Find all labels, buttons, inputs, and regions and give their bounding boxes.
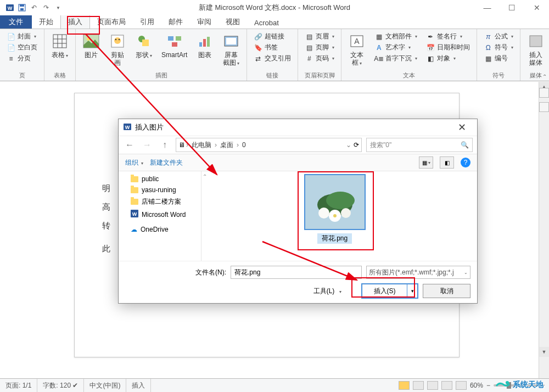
breadcrumb-dropdown-icon[interactable]: ⌄	[346, 141, 351, 149]
search-input[interactable]: 搜索"0" 🔍	[366, 138, 473, 152]
scroll-down-icon[interactable]: ▼	[539, 347, 549, 357]
svg-rect-19	[176, 36, 181, 41]
ribbon-tabs: 文件 开始 插入 页面布局 引用 邮件 审阅 视图 Acrobat	[0, 15, 549, 29]
status-words[interactable]: 字数: 120 ✔	[37, 379, 84, 392]
status-zoom[interactable]: 60%	[470, 382, 483, 389]
maximize-button[interactable]: ☐	[500, 0, 524, 15]
new-folder-button[interactable]: 新建文件夹	[150, 158, 183, 167]
equation-button[interactable]: π公式▾	[483, 31, 514, 42]
view-outline-icon[interactable]	[441, 381, 452, 390]
refresh-icon[interactable]: ⟳	[354, 141, 359, 149]
wordart-button[interactable]: A艺术字▾	[373, 42, 418, 53]
dialog-sidebar: public yasu-runing 店铺二楼方案 WMicrosoft Wor…	[119, 171, 201, 261]
nav-forward-button[interactable]: →	[141, 138, 154, 152]
zoom-out-button[interactable]: −	[486, 382, 490, 389]
symbol-button[interactable]: Ω符号▾	[483, 42, 514, 53]
breadcrumb[interactable]: 🖥 › 此电脑 › 桌面 › 0 ⌄⟳	[176, 138, 362, 152]
tab-insert[interactable]: 插入	[60, 15, 90, 29]
svg-point-41	[506, 381, 509, 384]
sidebar-item-public[interactable]: public	[119, 173, 201, 184]
table-button[interactable]: 表格▾	[48, 30, 72, 61]
close-button[interactable]: ✕	[524, 0, 549, 15]
clipart-button[interactable]: 剪贴画	[105, 30, 130, 69]
undo-icon[interactable]: ↶	[29, 2, 40, 13]
footer-button[interactable]: ▤页脚▾	[304, 42, 335, 53]
insert-picture-dialog: W 插入图片 ✕ ← → ↑ 🖥 › 此电脑 › 桌面 › 0 ⌄⟳ 搜索"0"…	[118, 119, 478, 304]
view-fullscreen-icon[interactable]	[413, 381, 424, 390]
filename-input[interactable]	[231, 266, 362, 279]
help-icon[interactable]: ?	[461, 158, 470, 167]
status-language[interactable]: 中文(中国)	[84, 379, 126, 392]
tab-view[interactable]: 视图	[219, 15, 247, 29]
file-item-lotus[interactable]: 荷花.png	[300, 174, 369, 244]
number-button[interactable]: ▦编号	[483, 53, 514, 64]
save-icon[interactable]	[16, 2, 27, 13]
vertical-scrollbar[interactable]: ▲ ▼	[539, 82, 549, 379]
status-mode[interactable]: 插入	[126, 379, 151, 392]
preview-pane-button[interactable]: ◧	[440, 156, 454, 169]
media-button[interactable]: 插入媒体	[524, 30, 548, 69]
doc-text-4: 此	[102, 239, 110, 258]
insert-dropdown-icon[interactable]: ▾	[407, 284, 417, 298]
svg-point-34	[326, 192, 355, 209]
tab-references[interactable]: 引用	[133, 15, 161, 29]
file-list-area[interactable]: ⌃ 荷花.png	[201, 171, 477, 261]
smartart-button[interactable]: SmartArt	[158, 30, 191, 61]
chart-button[interactable]: 图表	[193, 30, 217, 61]
word-app-icon: W	[4, 2, 15, 13]
quickparts-button[interactable]: ▦文档部件▾	[373, 31, 418, 42]
scroll-up-indicator: ⌃	[203, 173, 207, 180]
page-break-button[interactable]: ≡分页	[5, 53, 38, 64]
side-tool-1[interactable]	[539, 88, 549, 98]
tab-mailings[interactable]: 邮件	[161, 15, 190, 29]
qat-dropdown-icon[interactable]: ▼	[53, 2, 64, 13]
view-web-icon[interactable]	[427, 381, 438, 390]
sidebar-item-word[interactable]: WMicrosoft Word	[119, 208, 201, 221]
pagenum-button[interactable]: #页码▾	[304, 53, 335, 64]
nav-up-button[interactable]: ↑	[158, 138, 171, 152]
cover-page-button[interactable]: 📄封面▾	[5, 31, 38, 42]
organize-button[interactable]: 组织 ▾	[125, 158, 143, 167]
folder-icon	[131, 187, 138, 193]
view-options-button[interactable]: ▦ ▾	[419, 156, 433, 169]
filetype-select[interactable]: 所有图片(*.emf;*.wmf;*.jpg;*.j⌄	[366, 266, 470, 279]
header-button[interactable]: ▤页眉▾	[304, 31, 335, 42]
tools-dropdown[interactable]: 工具(L) ▾	[313, 287, 341, 296]
blank-page-button[interactable]: 📄空白页	[5, 42, 38, 53]
sidebar-item-onedrive[interactable]: ☁OneDrive	[119, 224, 201, 235]
signature-button[interactable]: ✒签名行▾	[425, 31, 471, 42]
tab-pagelayout[interactable]: 页面布局	[90, 15, 133, 29]
svg-rect-17	[142, 40, 149, 46]
sidebar-item-yasu[interactable]: yasu-runing	[119, 184, 201, 195]
nav-back-button[interactable]: ←	[123, 138, 136, 152]
view-draft-icon[interactable]	[456, 381, 467, 390]
textbox-button[interactable]: A文本框▾	[345, 30, 369, 69]
picture-button[interactable]: 图片	[79, 30, 103, 61]
datetime-button[interactable]: 📅日期和时间	[425, 42, 471, 53]
status-page[interactable]: 页面: 1/1	[0, 379, 37, 392]
view-print-layout-icon[interactable]	[399, 381, 410, 390]
window-title: 新建 Microsoft Word 文档.docx - Microsoft Wo…	[199, 3, 350, 13]
object-button[interactable]: ◧对象▾	[425, 53, 471, 64]
crossref-button[interactable]: ⇄交叉引用	[253, 53, 292, 64]
ribbon-collapse-icon[interactable]: ⌃	[542, 74, 547, 80]
redo-icon[interactable]: ↷	[41, 2, 52, 13]
bookmark-button[interactable]: 🔖书签	[253, 42, 292, 53]
svg-point-37	[341, 208, 351, 218]
tab-file[interactable]: 文件	[0, 15, 32, 29]
cancel-button[interactable]: 取消	[423, 284, 470, 298]
dialog-close-button[interactable]: ✕	[451, 119, 473, 136]
shapes-button[interactable]: 形状▾	[132, 30, 156, 61]
insert-button[interactable]: 插入(S) ▾	[361, 283, 418, 299]
tab-acrobat[interactable]: Acrobat	[247, 17, 286, 29]
screenshot-button[interactable]: 屏幕截图▾	[219, 30, 243, 69]
dropcap-button[interactable]: A≣首字下沉▾	[373, 53, 418, 64]
minimize-button[interactable]: —	[475, 0, 500, 15]
hyperlink-button[interactable]: 🔗超链接	[253, 31, 292, 42]
svg-point-38	[333, 214, 337, 217]
side-tool-2[interactable]	[539, 102, 549, 112]
tab-home[interactable]: 开始	[32, 15, 60, 29]
tab-review[interactable]: 审阅	[190, 15, 219, 29]
sidebar-item-shop[interactable]: 店铺二楼方案	[119, 195, 201, 208]
svg-rect-28	[530, 36, 542, 47]
